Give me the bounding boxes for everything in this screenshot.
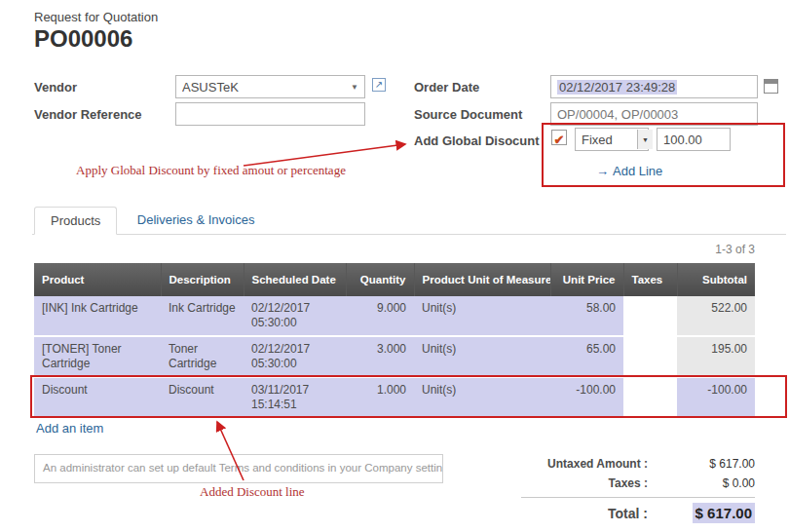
total-row: Total : $ 617.00 [521,497,755,524]
col-header-unit-price[interactable]: Unit Price [550,263,623,296]
source-document-input[interactable]: OP/00004, OP/00003 [550,102,758,126]
taxes-value: $ 0.00 [661,476,755,490]
add-line-label: Add Line [613,164,662,178]
col-header-product[interactable]: Product [34,263,161,296]
totals-summary: Untaxed Amount : $ 617.00 Taxes : $ 0.00… [521,454,755,524]
cell-quantity[interactable]: 3.000 [346,336,414,377]
order-date-label: Order Date [414,80,479,95]
cell-taxes[interactable] [623,336,677,377]
col-header-uom[interactable]: Product Unit of Measure [414,263,550,296]
external-link-icon[interactable]: ↗ [372,78,386,92]
annotation-global-discount-note: Apply Global Discount by fixed amout or … [76,163,346,178]
calendar-icon[interactable] [764,79,778,94]
order-date-input[interactable]: 02/12/2017 23:49:28 [550,75,758,98]
vendor-value: ASUSTeK [182,80,347,95]
cell-uom[interactable]: Unit(s) [414,296,550,336]
cell-product[interactable]: Discount [34,377,161,418]
cell-scheduled-date[interactable]: 02/12/2017 05:30:00 [244,336,346,377]
total-label: Total : [521,506,661,521]
cell-unit-price[interactable]: 65.00 [550,336,623,377]
taxes-label: Taxes : [521,476,661,490]
page-title: PO00006 [34,25,132,53]
cell-description[interactable]: Ink Cartridge [161,296,244,336]
discount-type-value: Fixed [582,133,637,147]
discount-type-select[interactable]: Fixed ▼ [575,128,649,151]
rfq-form-page: Request for Quotation PO00006 Vendor ASU… [0,0,789,532]
global-discount-checkbox[interactable]: ✔ [551,130,567,145]
vendor-select[interactable]: ASUSTeK ▼ [175,75,365,98]
notebook-tabbar: Products Deliveries & Invoices [32,206,786,235]
cell-unit-price[interactable]: 58.00 [550,296,623,336]
cell-unit-price[interactable]: -100.00 [550,377,623,418]
cell-quantity[interactable]: 1.000 [346,377,414,418]
cell-description[interactable]: Toner Cartridge [161,336,244,377]
cell-product[interactable]: [TONER] Toner Cartridge [34,336,161,377]
col-header-description[interactable]: Description [161,263,244,296]
untaxed-amount-value: $ 617.00 [661,457,755,471]
cell-subtotal[interactable]: -100.00 [677,377,755,418]
checkmark-icon: ✔ [554,133,565,147]
table-row-toner-cartridge[interactable]: [TONER] Toner Cartridge Toner Cartridge … [34,336,755,377]
total-value: $ 617.00 [693,503,755,523]
discount-amount-input[interactable]: 100.00 [657,128,731,151]
cell-uom[interactable]: Unit(s) [414,377,550,418]
tab-deliveries-invoices[interactable]: Deliveries & Invoices [122,207,271,233]
document-type-label: Request for Quotation [34,10,158,24]
cell-product[interactable]: [INK] Ink Cartridge [34,296,161,336]
table-header-row: Product Description Scheduled Date Quant… [34,263,755,296]
cell-subtotal[interactable]: 522.00 [677,296,755,336]
add-an-item-link[interactable]: Add an item [36,421,103,436]
cell-quantity[interactable]: 9.000 [346,296,414,336]
source-document-value: OP/00004, OP/00003 [557,107,751,122]
table-row-discount[interactable]: Discount Discount 03/11/2017 15:14:51 1.… [34,377,755,418]
vendor-reference-input[interactable] [175,102,365,126]
source-document-label: Source Document [414,107,522,122]
annotation-discount-line-note: Added Discount line [200,484,305,500]
taxes-row: Taxes : $ 0.00 [521,474,755,493]
tab-products[interactable]: Products [34,207,117,235]
terms-note: An administrator can set up default Term… [34,454,443,483]
global-discount-label: Add Global Disocunt [414,133,540,148]
order-date-value: 02/12/2017 23:49:28 [557,80,677,95]
vendor-reference-label: Vendor Reference [34,107,142,122]
col-header-taxes[interactable]: Taxes [623,263,677,296]
add-line-link[interactable]: →Add Line [596,162,662,179]
pager[interactable]: 1-3 of 3 [584,243,755,256]
col-header-subtotal[interactable]: Subtotal [677,263,755,296]
discount-amount-value: 100.00 [663,133,724,147]
col-header-quantity[interactable]: Quantity [346,263,414,296]
cell-scheduled-date[interactable]: 03/11/2017 15:14:51 [244,377,346,418]
chevron-down-icon[interactable]: ▼ [351,83,358,92]
cell-taxes[interactable] [623,377,677,418]
untaxed-amount-label: Untaxed Amount : [521,457,661,471]
cell-description[interactable]: Discount [161,377,244,418]
cell-uom[interactable]: Unit(s) [414,336,550,377]
arrow-right-icon: → [596,164,609,178]
order-lines-table: Product Description Scheduled Date Quant… [34,263,755,419]
cell-scheduled-date[interactable]: 02/12/2017 05:30:00 [244,296,346,336]
table-row-ink-cartridge[interactable]: [INK] Ink Cartridge Ink Cartridge 02/12/… [34,296,755,336]
cell-taxes[interactable] [623,296,677,336]
chevron-down-icon[interactable]: ▼ [637,130,653,149]
cell-subtotal[interactable]: 195.00 [677,336,755,377]
col-header-scheduled-date[interactable]: Scheduled Date [244,263,346,296]
vendor-label: Vendor [34,80,77,95]
untaxed-amount-row: Untaxed Amount : $ 617.00 [521,454,755,474]
